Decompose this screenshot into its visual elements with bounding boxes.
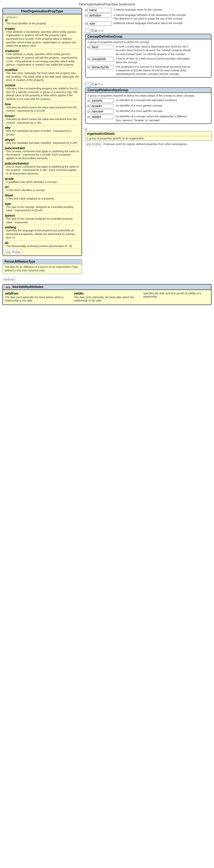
diamond-icon-orgdetails [85,128,87,130]
crg-body: A group of properties required to define… [86,93,211,123]
attr-dir: dir The directionality of textual conten… [5,241,80,248]
cdg-multi-label: 0..n [99,29,103,32]
person-affiliation-box: PersonAffiliationType The type for an af… [2,259,82,274]
org-details-desc: A group of properties specific to an org… [87,137,210,140]
validfrom-name: validfrom [5,292,71,295]
prop-name-hierarchyinfo: hierarchyInfo [90,65,114,69]
prop-row-related: related An identifier of a concept, wher… [87,115,209,122]
person-affiliation-body: The type for an affiliation of a person … [3,264,82,274]
diamond-icon-sameas [87,100,90,102]
validto-name: validto [74,292,140,295]
organisation-details-section: organisationDetails A group of propertie… [85,128,212,146]
prop-row-facet: facet In NAR 1.8 and later, facet is dep… [87,45,209,56]
attr-creatoruri: creatoruri If the attribute is empty, sp… [5,49,80,67]
diamond-icon-remoteinfo [87,58,90,60]
prop-desc-definition: A natural language definition of the sem… [113,13,188,21]
prop-row-definition: definition A natural language definition… [85,13,212,21]
prop-desc-name: A natural language name for the concept. [113,8,163,11]
attr-pubconstrainturi: pubconstrainturi One or many constraints… [5,162,80,176]
flex-org-prop-type-body: attributes id The local identifier of th… [3,14,81,255]
attr-type: type The type of the concept, assigned a… [5,202,80,212]
prop-desc-related: An identifier of a concept, where the re… [116,115,191,122]
concept-relationships-group-section: ···· ▶ 0..n ConceptRelationshipsGroup A … [85,82,212,124]
organisation-details-box: organisationDetails A group of propertie… [85,131,212,141]
prop-row-note: note Additional natural language informa… [85,21,212,26]
diamond-icon-name [85,9,87,11]
crg-connector-dots: ···· [85,82,91,86]
cdg-multiplicity: ▶ [95,29,97,32]
flex-org-prop-type-title: FlexOrganisationPropType [3,8,81,14]
bottom-section: attributes any timeValidityAttributes va… [2,278,212,305]
attr-literal: literal A free-text value assigned as a … [5,194,80,201]
tv-note: Specifies the date and time period of va… [143,292,209,303]
diamond-icon-broader [87,105,90,107]
prop-name-definition: definition [87,13,111,18]
cdg-diamond-icon [91,29,94,32]
attributes-label: attributes [5,16,80,19]
diamond-icon-hierarchyinfo [87,66,90,68]
schema-title: FlexOrganisationPropType (extension) [2,2,212,6]
diamond-icon-facet [87,46,90,49]
prop-name-facet: facet [90,45,114,49]
diamond-icon-narrower [87,111,90,113]
prop-name-remoteinfo: remoteInfo [90,57,114,61]
cdg-body: A group of properties required to define… [86,39,211,77]
diamond-icon-definition [85,14,87,17]
attr-typeuri: typeuri The type of the concept assigned… [5,214,80,224]
attr-why: why Why the metadata has been included -… [5,126,80,136]
prop-name-name: name [87,8,111,12]
attr-creator: creator If the attribute is not defined,… [5,27,80,48]
prop-row-broader: broader An identifier of a more generic … [87,104,209,108]
diagram-container: FlexOrganisationPropType (extension) Fle… [0,0,214,868]
org-details-title: organisationDetails [87,132,210,136]
cdg-connector-dots: ···· [85,29,91,33]
crg-title: ConceptRelationshipsGroup [86,88,211,93]
attr-custom: custom Indicates if the corresponding pr… [5,84,80,101]
concept-definition-group-section: ···· ▶ 0..n ConceptDefinitionGroup A gro… [85,29,212,78]
validfrom-section: validfrom The date (and optionally the t… [5,292,71,303]
crg-desc: A group of properties required to define… [87,94,209,97]
diamond-icon-related [87,116,90,118]
bottom-attributes-label: attributes [2,277,16,282]
prop-name-narrower: narrower [90,109,114,114]
prop-name-note: note [87,21,111,26]
prop-name-related: related [90,115,114,119]
time-validity-body: validfrom The date (and optionally the t… [3,290,211,305]
prop-desc-broader: An identifier of a more generic concept. [116,104,163,107]
validto-section: validto The date (and, optionally, the t… [74,292,140,303]
attr-how: how Indicates by which means the value w… [5,102,80,113]
prop-row-hierarchyinfo: hierarchyInfo The position(s) of a conce… [87,65,209,76]
attr-pubconstraint: pubconstraint One or many constraints th… [5,147,80,160]
prop-row-name: name A natural language name for the con… [85,8,212,12]
attr-howuri: howuri Indicates by which means the valu… [5,114,80,125]
right-panel: name A natural language name for the con… [85,8,212,148]
cdg-desc: A group of properties required to define… [87,41,209,43]
flex-org-prop-type-box: FlexOrganisationPropType attributes id T… [2,8,82,256]
prop-row-sameas: sameAs An identifier of a concept with e… [87,98,209,103]
prop-row-remoteinfo: remoteInfo A link to an item or a web re… [87,57,209,64]
attr-xmllang: xmllang Specifies the language of this p… [5,226,80,240]
person-affiliation-title: PersonAffiliationType [3,259,82,264]
crg-diamond-icon [91,83,94,86]
diamond-icon-note [85,23,87,25]
validto-desc: The date (and, optionally, the time) aft… [74,296,140,303]
prop-row-narrower: narrower An identifier of a more specifi… [87,109,209,114]
cdg-title: ConceptDefinitionGroup [86,34,211,39]
crg-multi-label: 0..n [99,83,103,86]
left-panel: FlexOrganisationPropType attributes id T… [2,8,82,274]
concept-props-list: name A natural language name for the con… [85,8,212,148]
person-affiliation-desc: The type for an affiliation of a person … [4,266,80,272]
prop-name-sameas: sameAs [90,98,114,103]
org-any-other-tag: any ##other [85,142,103,146]
prop-desc-facet: In NAR 1.8 and later, facet is deprecate… [116,45,191,56]
prop-desc-sameas: An identifier of a concept with equivale… [116,98,178,102]
concept-relationships-group-box: ConceptRelationshipsGroup A group of pro… [85,87,212,124]
prop-desc-note: Additional natural language information … [113,21,183,25]
prop-desc-hierarchyinfo: The position(s) of a concept in a hierar… [116,65,191,76]
crg-arrow: ▶ [95,83,97,86]
time-validity-header: any timeValidityAttributes [3,285,211,290]
org-any-other-row: any ##other Extension point for regular-… [85,142,212,146]
prop-name-broader: broader [90,104,114,108]
attr-whyuri: whyuri Why the metadata has been include… [5,138,80,145]
prop-desc-remoteinfo: A link to an item or a web resource whic… [116,57,191,64]
